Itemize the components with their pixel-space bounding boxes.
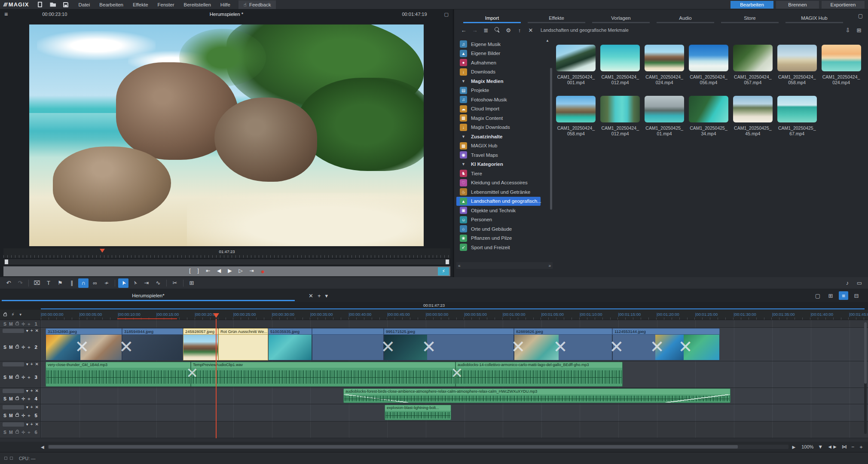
solo-button[interactable]: S bbox=[3, 396, 6, 401]
media-file-item[interactable]: CAM1_20250424_058.mp4 bbox=[555, 96, 597, 137]
mode-bearbeiten-button[interactable]: Bearbeiten bbox=[730, 1, 773, 9]
lock-icon[interactable] bbox=[15, 397, 19, 400]
add-track-icon[interactable]: + bbox=[31, 422, 33, 427]
ratio-icon[interactable]: ÷ bbox=[28, 345, 31, 350]
solo-button[interactable]: S bbox=[3, 413, 6, 418]
transition-icon[interactable]: ✛ bbox=[21, 430, 25, 435]
mouse-mode-curves-button[interactable]: ∿ bbox=[153, 278, 163, 288]
tree-item-personen[interactable]: ☺Personen bbox=[456, 215, 541, 225]
tab-effekte[interactable]: Effekte bbox=[524, 12, 589, 23]
track-name-field[interactable] bbox=[3, 405, 24, 409]
track-menu-icon[interactable]: ▾ bbox=[26, 389, 28, 393]
clear-button[interactable]: ✕ bbox=[526, 25, 535, 35]
ungroup-button[interactable]: ≁ bbox=[101, 278, 112, 288]
timeline-clip[interactable]: 82889826.jpeg bbox=[514, 328, 612, 360]
group-button[interactable]: ∞ bbox=[90, 278, 100, 288]
zoom-fit-object-icon[interactable]: ⋈ bbox=[842, 444, 847, 450]
scroll-left-icon[interactable]: ◀ bbox=[41, 445, 44, 449]
horizontal-scrollbar-thumb[interactable] bbox=[49, 445, 738, 449]
tree-scroll-up-icon[interactable]: ▲ bbox=[546, 39, 551, 43]
tree-group-ki-kategorien[interactable]: ▼KI Kategorien bbox=[456, 160, 541, 169]
media-file-item[interactable]: CAM1_20250425_45.mp4 bbox=[732, 96, 773, 137]
audio-record-button[interactable]: ⚡ bbox=[438, 267, 449, 275]
tab-vorlagen[interactable]: Vorlagen bbox=[589, 12, 653, 23]
tree-item-fotoshow-musik[interactable]: ♫Fotoshow-Musik bbox=[456, 95, 541, 104]
audio-clip[interactable]: very-close-thunder_Gkl_1B4d.mp3 bbox=[46, 362, 191, 387]
transition-icon[interactable]: ✛ bbox=[21, 396, 25, 401]
keyframe-icon[interactable]: ⚡ bbox=[11, 312, 15, 317]
timeline-clip[interactable]: 245928057.jpeg bbox=[183, 328, 218, 360]
close-track-icon[interactable]: ✕ bbox=[35, 389, 39, 393]
mode-exportieren-button[interactable]: Exportieren bbox=[822, 1, 865, 9]
tree-group-magix-medien[interactable]: ▼Magix Medien bbox=[456, 76, 541, 86]
view-grid-button[interactable]: ⊞ bbox=[854, 25, 864, 35]
horizontal-scrollbar[interactable] bbox=[48, 445, 789, 449]
tree-item-lebensmittel-und-getränke[interactable]: ♨Lebensmittel und Getränke bbox=[456, 187, 541, 197]
media-file-item[interactable]: CAM1_20250424_058.mp4 bbox=[776, 45, 818, 85]
folder-tree-button[interactable]: ≣ bbox=[481, 25, 491, 35]
zoom-fit-button[interactable]: ⊞ bbox=[186, 278, 197, 288]
video-monitor-button[interactable]: ▭ bbox=[854, 278, 865, 288]
add-track-icon[interactable]: + bbox=[31, 362, 33, 366]
tree-item-projekte[interactable]: ▤Projekte bbox=[456, 86, 541, 95]
ratio-icon[interactable]: ÷ bbox=[28, 430, 31, 435]
ratio-icon[interactable]: ÷ bbox=[28, 413, 31, 418]
close-track-icon[interactable]: ✕ bbox=[35, 362, 39, 366]
redo-button[interactable]: ↷ bbox=[15, 278, 25, 288]
title-editor-button[interactable]: T bbox=[43, 278, 54, 288]
zoom-dropdown-icon[interactable]: ▼ bbox=[818, 444, 823, 450]
track-content-3[interactable]: very-close-thunder_Gkl_1B4d.mp3TempPrevi… bbox=[41, 361, 868, 388]
menu-fenster[interactable]: Fenster bbox=[154, 1, 178, 9]
range-handle-right[interactable] bbox=[446, 259, 449, 264]
track-content-4[interactable]: audioblocks-forest-birds-close-ambience-… bbox=[41, 388, 868, 404]
track-content-6[interactable] bbox=[41, 421, 868, 438]
mode-brennen-button[interactable]: Brennen bbox=[776, 1, 819, 9]
track-menu-icon[interactable]: ▾ bbox=[26, 329, 28, 333]
tab-import[interactable]: Import bbox=[460, 12, 524, 23]
tree-item-sport-und-freizeit[interactable]: ➶Sport und Freizeit bbox=[456, 243, 541, 252]
tab-magix-hub[interactable]: MAGIX Hub bbox=[782, 12, 847, 23]
tree-scroll-right-icon[interactable]: » bbox=[548, 263, 551, 268]
close-track-icon[interactable]: ✕ bbox=[35, 329, 39, 333]
solo-button[interactable]: S bbox=[3, 375, 6, 380]
mute-button[interactable]: M bbox=[9, 413, 13, 418]
audio-clip[interactable]: audioblocks-14-collettivo-armonico-carlo… bbox=[455, 362, 623, 387]
tree-item-landschaften-und-geografisch[interactable]: ▲Landschaften und geografisch... bbox=[456, 197, 541, 206]
view-multicam-button[interactable]: ⊟ bbox=[852, 291, 861, 300]
settings-button[interactable]: ⚙ bbox=[504, 25, 513, 35]
mute-button[interactable]: M bbox=[9, 430, 13, 435]
audio-clip[interactable]: TempPreviewAudioClip1.wav bbox=[191, 362, 455, 387]
range-handle-left[interactable] bbox=[5, 259, 8, 264]
view-scene-overview-button[interactable]: ⊞ bbox=[826, 291, 835, 300]
tree-item-tiere[interactable]: ♞Tiere bbox=[456, 169, 541, 178]
marker-button[interactable]: ⚑ bbox=[55, 278, 65, 288]
next-frame-button[interactable]: ▷ bbox=[238, 268, 242, 275]
add-track-icon[interactable]: + bbox=[31, 329, 33, 333]
media-file-item[interactable]: CAM1_20250424_012.mp4 bbox=[599, 45, 641, 85]
transition-icon[interactable]: ✛ bbox=[21, 345, 25, 350]
track-menu-icon[interactable]: ▾ bbox=[26, 405, 28, 409]
menu-hilfe[interactable]: Hilfe bbox=[217, 1, 234, 9]
mouse-mode-single-button[interactable]: ➢ bbox=[130, 278, 140, 288]
tree-horizontal-scrollbar[interactable]: « » bbox=[456, 262, 553, 269]
tree-scrollbar[interactable] bbox=[550, 68, 552, 210]
timeline-vertical-scrollbar[interactable] bbox=[864, 322, 867, 434]
audio-monitor-button[interactable]: ♪ bbox=[842, 278, 853, 288]
media-file-item[interactable]: CAM1_20250425_34.mp4 bbox=[688, 96, 730, 137]
menu-bereitstellen[interactable]: Bereitstellen bbox=[180, 1, 215, 9]
tree-item-kleidung-und-accessoires[interactable]: ♡Kleidung und Accessoires bbox=[456, 178, 541, 188]
up-level-button[interactable]: ↑ bbox=[515, 25, 524, 35]
mute-button[interactable]: M bbox=[9, 345, 13, 350]
timeline-clip[interactable]: 510035935.jpeg bbox=[268, 328, 312, 360]
mute-button[interactable]: M bbox=[9, 375, 13, 380]
audio-clip[interactable]: audioblocks-forest-birds-close-ambience-… bbox=[343, 388, 730, 403]
feedback-button[interactable]: ☝Feedback bbox=[238, 0, 276, 9]
tree-item-eigene-musik[interactable]: ♫Eigene Musik bbox=[456, 40, 541, 49]
close-track-icon[interactable]: ✕ bbox=[35, 405, 39, 409]
media-file-item[interactable]: CAM1_20250424_056.mp4 bbox=[688, 45, 730, 85]
snap-button[interactable]: ∩ bbox=[78, 278, 89, 288]
tree-item-pflanzen-und-pilze[interactable]: ❀Pflanzen und Pilze bbox=[456, 234, 541, 243]
solo-button[interactable]: S bbox=[3, 321, 6, 327]
track-menu-icon[interactable]: ▾ bbox=[26, 422, 28, 427]
import-file-button[interactable]: ⇩ bbox=[843, 25, 853, 35]
